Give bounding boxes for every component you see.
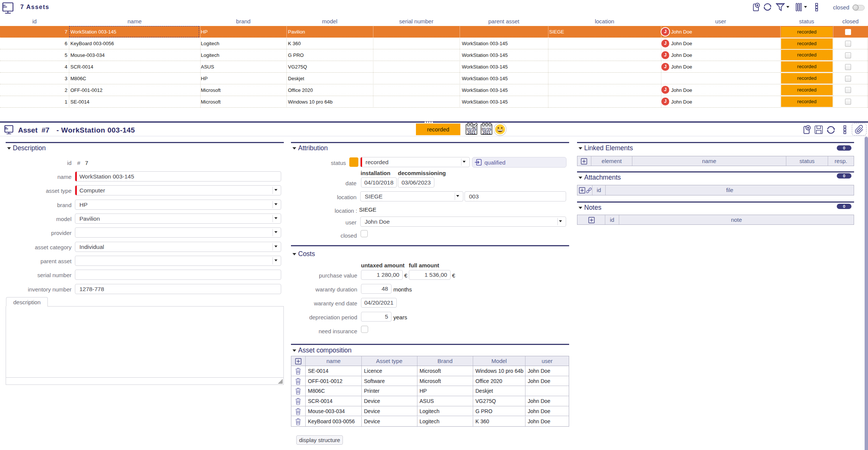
svg-text:2021: 2021: [482, 131, 491, 135]
svg-text:2021: 2021: [467, 131, 476, 135]
